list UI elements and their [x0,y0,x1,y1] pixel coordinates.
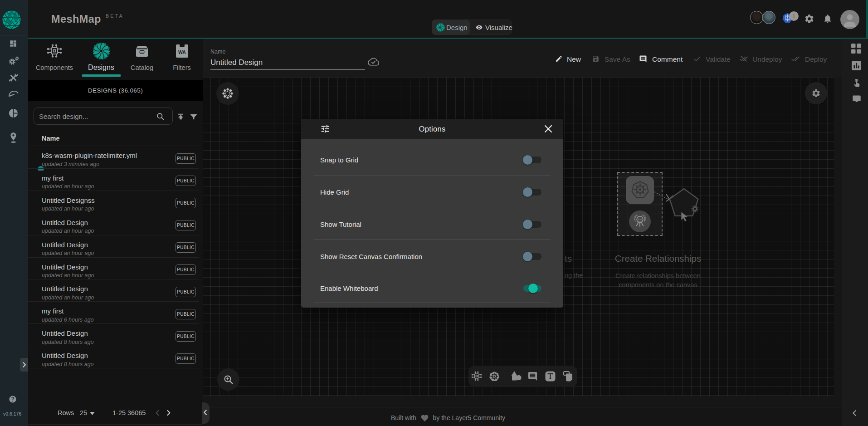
svg-text:WA: WA [178,49,186,55]
